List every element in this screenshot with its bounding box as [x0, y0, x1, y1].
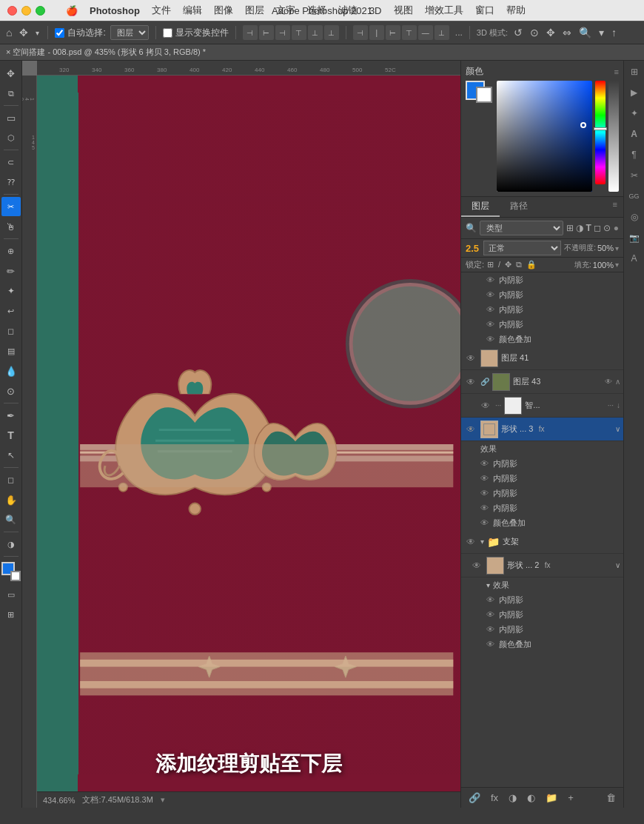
brush-tool[interactable]: ✏	[1, 261, 21, 281]
minimize-button[interactable]	[21, 6, 31, 16]
eye-icon[interactable]: 👁	[486, 625, 494, 634]
3d-slide-icon[interactable]: ⇔	[561, 25, 573, 40]
layer-row[interactable]: 👁 形状 ... 2 fx ∨	[461, 554, 623, 577]
effect-item[interactable]: 👁 颜色叠加	[482, 332, 623, 346]
align-bottom[interactable]: ⊥	[324, 25, 339, 40]
close-button[interactable]	[7, 6, 17, 16]
dist-left[interactable]: ⊣	[353, 25, 368, 40]
artboard-tool[interactable]: ⧉	[1, 84, 21, 103]
smart-dots-icon[interactable]: ···	[608, 401, 614, 409]
rs-a2-icon[interactable]: A	[626, 250, 643, 267]
visibility-eye[interactable]: 👁	[479, 401, 492, 411]
menu-apple[interactable]: 🍎	[60, 5, 84, 16]
visibility-eye[interactable]: 👁	[464, 353, 477, 364]
expand-icon[interactable]: ∨	[615, 425, 620, 433]
effect-item[interactable]: 👁 内阴影	[476, 456, 623, 471]
rs-gg-icon[interactable]: GG	[626, 188, 643, 204]
3d-pan-icon[interactable]: ✥	[545, 25, 557, 40]
add-mask-btn[interactable]: ◑	[506, 791, 520, 805]
menu-photoshop[interactable]: Photoshop	[84, 5, 146, 16]
eye-icon[interactable]: 👁	[480, 489, 489, 498]
menu-window[interactable]: 窗口	[469, 4, 500, 17]
blur-tool[interactable]: 💧	[1, 361, 21, 381]
layers-list[interactable]: 👁 内阴影 👁 内阴影 👁 内阴影 👁 内阴影	[461, 272, 623, 787]
layer-dropdown[interactable]: 图层	[110, 25, 149, 40]
effect-item[interactable]: 👁 内阴影	[482, 317, 623, 332]
effect-header-item[interactable]: ▾ 效果	[482, 577, 623, 592]
search-icon[interactable]: 🔍	[577, 25, 593, 40]
visibility-eye[interactable]: 👁	[470, 560, 483, 571]
transform-checkbox[interactable]: 显示变换控件	[163, 27, 229, 39]
zoom-tool[interactable]: 🔍	[1, 510, 21, 529]
delete-layer-btn[interactable]: 🗑	[603, 791, 619, 805]
add-style-btn[interactable]: fx	[488, 791, 501, 805]
move-icon[interactable]: ✥	[18, 25, 30, 40]
auto-select-checkbox[interactable]: 自动选择:	[55, 27, 105, 39]
eye-icon[interactable]: 👁	[486, 610, 494, 619]
layers-panel-menu-btn[interactable]: ≡	[607, 197, 623, 217]
layer-row[interactable]: 👁 ··· 智... ··· ↓	[461, 394, 623, 418]
effect-item[interactable]: 👁 内阴影	[476, 500, 623, 515]
filter-shape-icon[interactable]: ◻	[594, 223, 601, 233]
lock-checkers-icon[interactable]: ⊞	[487, 260, 494, 269]
effect-item[interactable]: 👁 内阴影	[482, 622, 623, 637]
rs-para-icon[interactable]: ¶	[626, 147, 643, 163]
eraser-tool[interactable]: ◻	[1, 321, 21, 341]
eye-icon[interactable]: 👁	[486, 320, 494, 329]
layer-row[interactable]: 👁 🔗 图层 43 👁 ∧	[461, 370, 623, 394]
tab-layers[interactable]: 图层	[461, 197, 500, 217]
align-top[interactable]: ⊤	[292, 25, 306, 40]
opacity-dropdown-icon[interactable]: ▾	[615, 244, 619, 252]
dist-center-h[interactable]: |	[369, 25, 384, 40]
menu-layer[interactable]: 图层	[239, 4, 270, 17]
rs-camera-icon[interactable]: 📷	[626, 230, 643, 246]
fill-value[interactable]: 100%	[593, 261, 614, 269]
document-tab[interactable]: × 空间搭建 - 008.psd @ 435% (形状 6 拷贝 3, RGB/…	[0, 44, 644, 61]
history-brush[interactable]: ↩	[1, 301, 21, 321]
menu-image[interactable]: 图像	[208, 4, 239, 17]
alpha-slider[interactable]	[608, 81, 619, 192]
eye-icon[interactable]: 👁	[480, 459, 489, 468]
traffic-lights[interactable]	[7, 6, 45, 16]
eyedropper[interactable]: 🖱	[1, 217, 21, 236]
screen-mode[interactable]: ▭	[1, 585, 21, 604]
eye-icon[interactable]: 👁	[486, 595, 494, 604]
filter-adjust-icon[interactable]: ◑	[576, 223, 583, 233]
color-panel-menu[interactable]: ≡	[614, 67, 619, 76]
visibility-eye[interactable]: 👁	[464, 537, 477, 547]
lock-artboard-icon[interactable]: ⧉	[516, 260, 522, 269]
lock-all-icon[interactable]: 🔒	[526, 260, 537, 269]
dist-right[interactable]: ⊢	[386, 25, 400, 40]
align-right[interactable]: ⊣	[275, 25, 290, 40]
3d-rotate-icon[interactable]: ↺	[512, 25, 524, 40]
rs-star-icon[interactable]: ✦	[626, 105, 643, 121]
background-color[interactable]	[10, 571, 21, 581]
pen-tool[interactable]: ✒	[1, 406, 21, 425]
lasso-tool[interactable]: ⊂	[1, 153, 21, 172]
maximize-button[interactable]	[36, 6, 45, 16]
rs-text-icon[interactable]: A	[626, 126, 643, 142]
more-button[interactable]: ...	[455, 27, 463, 38]
smart-arrow-icon[interactable]: ↓	[617, 401, 620, 409]
fill-dropdown-icon[interactable]: ▾	[615, 261, 619, 269]
dist-bottom[interactable]: ⊥	[435, 25, 449, 40]
gradient-tool[interactable]: ▤	[1, 341, 21, 361]
quick-select[interactable]: ⁇	[1, 172, 21, 192]
effect-header-item[interactable]: 效果	[476, 441, 623, 456]
hue-slider[interactable]	[595, 81, 606, 192]
effect-item[interactable]: 👁 颜色叠加	[482, 637, 623, 652]
crop-tool[interactable]: ✂	[1, 197, 21, 216]
arrow-icon[interactable]: ▾	[34, 27, 41, 38]
clone-stamp[interactable]: ✦	[1, 281, 21, 301]
layer-row[interactable]: 👁 图层 41	[461, 346, 623, 370]
align-center-h[interactable]: ⊢	[259, 25, 274, 40]
status-arrow[interactable]: ▾	[161, 795, 165, 805]
filter-toggle-icon[interactable]: ●	[614, 223, 619, 233]
healing-brush[interactable]: ⊕	[1, 241, 21, 261]
eye-icon[interactable]: 👁	[486, 640, 494, 649]
effect-item[interactable]: 👁 内阴影	[482, 287, 623, 302]
tab-paths[interactable]: 路径	[500, 197, 538, 217]
dist-top[interactable]: ⊤	[402, 25, 417, 40]
align-center-v[interactable]: ⊥	[308, 25, 323, 40]
transform-check[interactable]	[163, 28, 172, 38]
